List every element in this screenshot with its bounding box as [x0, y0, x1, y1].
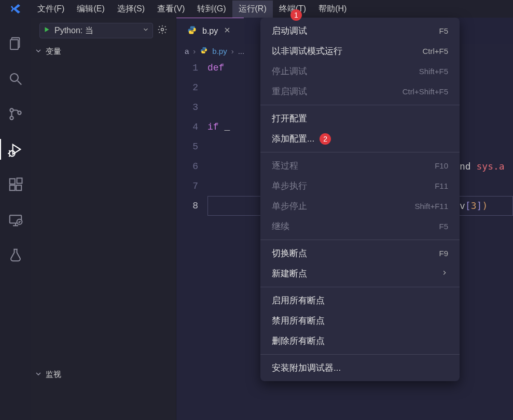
- menu-item: 继续F5: [260, 216, 460, 236]
- debug-config-selector[interactable]: Python: 当: [39, 23, 153, 38]
- line-number: 4: [176, 117, 207, 137]
- menu-item-label: 继续: [272, 220, 289, 232]
- activity-search[interactable]: [0, 61, 31, 96]
- menu-item-label: 禁用所有断点: [272, 315, 325, 327]
- app-logo: [0, 3, 31, 15]
- svg-rect-11: [10, 179, 15, 184]
- menu-item: 单步执行F11: [260, 176, 460, 196]
- line-number: 8: [176, 196, 207, 216]
- menu-item-label: 停止调试: [272, 65, 307, 77]
- code-fragment: nd sys.a: [460, 157, 505, 176]
- menu-shortcut: Ctrl+F5: [422, 47, 448, 55]
- activity-scm[interactable]: [0, 96, 31, 132]
- svg-rect-12: [10, 185, 15, 190]
- menu-shortcut: F11: [435, 181, 448, 190]
- menu-item[interactable]: 切换断点F9: [260, 243, 460, 263]
- svg-line-3: [18, 81, 22, 85]
- debug-sidebar: Python: 当 变量 监视: [31, 18, 176, 420]
- activity-extensions[interactable]: [0, 167, 31, 202]
- menu-run[interactable]: 运行(R): [232, 1, 273, 18]
- svg-point-5: [10, 116, 13, 119]
- menu-item: 重启调试Ctrl+Shift+F5: [260, 81, 460, 102]
- menubar: 文件(F) 编辑(E) 选择(S) 查看(V) 转到(G) 运行(R) 终端(T…: [0, 0, 513, 18]
- chevron-right-icon: ›: [193, 47, 196, 55]
- watch-section[interactable]: 监视: [31, 367, 176, 383]
- menu-item-label: 安装附加调试器...: [272, 362, 341, 374]
- menu-item[interactable]: 新建断点: [260, 263, 460, 284]
- line-number: 1: [176, 58, 207, 78]
- svg-rect-13: [16, 185, 21, 190]
- chevron-down-icon: [142, 26, 149, 35]
- activity-debug[interactable]: [0, 132, 31, 167]
- menu-selection[interactable]: 选择(S): [111, 1, 151, 18]
- python-icon: [200, 46, 208, 56]
- debug-toolbar: Python: 当: [31, 18, 176, 44]
- tab-b-py[interactable]: b.py: [176, 18, 244, 44]
- menu-item[interactable]: 添加配置...2: [260, 129, 460, 149]
- menu-item[interactable]: 打开配置: [260, 108, 460, 129]
- svg-rect-14: [17, 178, 22, 184]
- menu-item-label: 单步执行: [272, 180, 307, 192]
- menu-shortcut: F10: [435, 161, 448, 170]
- breadcrumb-seg: b.py: [212, 47, 227, 55]
- menu-item-label: 单步停止: [272, 200, 307, 212]
- svg-line-8: [9, 150, 10, 151]
- chevron-right-icon: ›: [231, 47, 234, 55]
- chevron-down-icon: [34, 47, 43, 57]
- menu-item-label: 逐过程: [272, 160, 298, 172]
- menu-item-label: 添加配置...: [272, 133, 314, 145]
- tab-label: b.py: [202, 26, 218, 36]
- menu-item-label: 以非调试模式运行: [272, 45, 342, 57]
- menu-view[interactable]: 查看(V): [151, 1, 191, 18]
- activity-testing[interactable]: [0, 237, 31, 273]
- python-icon: [187, 25, 197, 37]
- menu-edit[interactable]: 编辑(E): [71, 1, 110, 18]
- annotation-badge-2: 2: [320, 133, 331, 145]
- watch-label: 监视: [46, 370, 61, 380]
- menu-item-label: 新建断点: [272, 268, 307, 279]
- variables-section[interactable]: 变量: [31, 44, 176, 60]
- activity-explorer[interactable]: [0, 26, 31, 61]
- menu-item[interactable]: 以非调试模式运行Ctrl+F5: [260, 41, 460, 61]
- run-menu-dropdown: 启动调试F5以非调试模式运行Ctrl+F5停止调试Shift+F5重启调试Ctr…: [260, 18, 460, 381]
- menu-item-label: 重启调试: [272, 86, 307, 97]
- close-icon[interactable]: [223, 26, 231, 36]
- menu-item[interactable]: 删除所有断点: [260, 331, 460, 351]
- menu-shortcut: F5: [439, 26, 448, 35]
- breadcrumb-seg: a: [185, 47, 189, 55]
- menu-help[interactable]: 帮助(H): [312, 1, 353, 18]
- menu-item: 逐过程F10: [260, 156, 460, 176]
- menu-item-label: 启动调试: [272, 25, 307, 37]
- line-number: 6: [176, 157, 207, 176]
- menu-item-label: 切换断点: [272, 247, 307, 259]
- play-icon: [43, 26, 50, 35]
- menu-item[interactable]: 启用所有断点: [260, 290, 460, 311]
- menu-item-label: 删除所有断点: [272, 335, 325, 347]
- menu-go[interactable]: 转到(G): [191, 1, 232, 18]
- svg-point-19: [161, 29, 164, 31]
- menu-item[interactable]: 启动调试F5: [260, 21, 460, 41]
- menu-file[interactable]: 文件(F): [31, 1, 71, 18]
- svg-point-2: [10, 74, 18, 81]
- menu-separator: [260, 240, 460, 240]
- activity-remote[interactable]: [0, 202, 31, 237]
- menu-item[interactable]: 禁用所有断点: [260, 311, 460, 331]
- menu-separator: [260, 105, 460, 105]
- line-number: 2: [176, 78, 207, 97]
- menu-separator: [260, 287, 460, 287]
- gear-icon[interactable]: [157, 24, 168, 37]
- line-number: 3: [176, 97, 207, 117]
- line-number: 7: [176, 176, 207, 196]
- line-number: 5: [176, 137, 207, 157]
- annotation-badge-1: 1: [290, 9, 302, 21]
- menu-separator: [260, 354, 460, 355]
- menu-separator: [260, 152, 460, 152]
- svg-point-4: [10, 108, 13, 111]
- svg-rect-1: [10, 40, 18, 50]
- chevron-down-icon: [34, 370, 43, 380]
- menu-item[interactable]: 安装附加调试器...: [260, 358, 460, 378]
- chevron-right-icon: [441, 269, 448, 279]
- menu-shortcut: F9: [439, 249, 448, 258]
- menu-shortcut: Ctrl+Shift+F5: [403, 87, 448, 96]
- menu-shortcut: Shift+F11: [414, 202, 448, 211]
